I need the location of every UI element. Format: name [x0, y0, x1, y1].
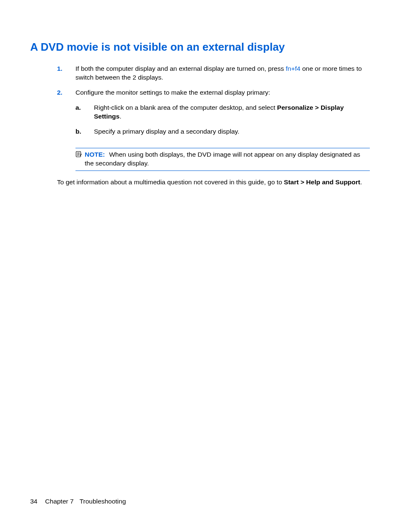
page-number: 34: [30, 498, 37, 505]
step-2-text: Configure the monitor settings to make t…: [75, 89, 270, 96]
chapter-label: Chapter 7: [45, 498, 74, 505]
page-footer: 34 Chapter 7 Troubleshooting: [30, 498, 126, 505]
substep-a-post: .: [119, 113, 121, 120]
list-marker: 1.: [57, 64, 75, 82]
step-1-text-pre: If both the computer display and an exte…: [75, 65, 286, 72]
page: A DVD movie is not visible on an externa…: [0, 0, 400, 532]
note-icon: [75, 151, 85, 158]
note-label: NOTE:: [85, 151, 105, 158]
sublist-marker: b.: [75, 127, 94, 136]
step-2: 2. Configure the monitor settings to mak…: [57, 88, 370, 142]
substep-list: a. Right-click on a blank area of the co…: [75, 103, 370, 136]
list-marker: 2.: [57, 88, 75, 142]
keyboard-key: fn+f4: [286, 65, 300, 72]
closing-post: .: [360, 178, 362, 186]
step-1-body: If both the computer display and an exte…: [75, 64, 370, 82]
note-text-container: NOTE:When using both displays, the DVD i…: [85, 150, 370, 168]
note-text: When using both displays, the DVD image …: [85, 151, 360, 167]
closing-bold: Start > Help and Support: [284, 178, 360, 186]
step-1: 1. If both the computer display and an e…: [57, 64, 370, 82]
substep-a: a. Right-click on a blank area of the co…: [75, 103, 370, 121]
substep-b-body: Specify a primary display and a secondar…: [94, 127, 370, 136]
chapter-title: Troubleshooting: [80, 498, 126, 505]
section-heading: A DVD movie is not visible on an externa…: [30, 40, 370, 54]
substep-b: b. Specify a primary display and a secon…: [75, 127, 370, 136]
closing-pre: To get information about a multimedia qu…: [57, 178, 284, 186]
substep-a-pre: Right-click on a blank area of the compu…: [94, 104, 277, 111]
closing-paragraph: To get information about a multimedia qu…: [57, 178, 370, 187]
ordered-list: 1. If both the computer display and an e…: [57, 64, 370, 142]
note-bottom-rule: [75, 170, 370, 171]
content-body: 1. If both the computer display and an e…: [30, 64, 370, 187]
substep-a-body: Right-click on a blank area of the compu…: [94, 103, 370, 121]
step-2-body: Configure the monitor settings to make t…: [75, 88, 370, 142]
sublist-marker: a.: [75, 103, 94, 121]
note-block: NOTE:When using both displays, the DVD i…: [75, 148, 370, 171]
note-row: NOTE:When using both displays, the DVD i…: [75, 148, 370, 170]
substep-b-text: Specify a primary display and a secondar…: [94, 128, 239, 135]
